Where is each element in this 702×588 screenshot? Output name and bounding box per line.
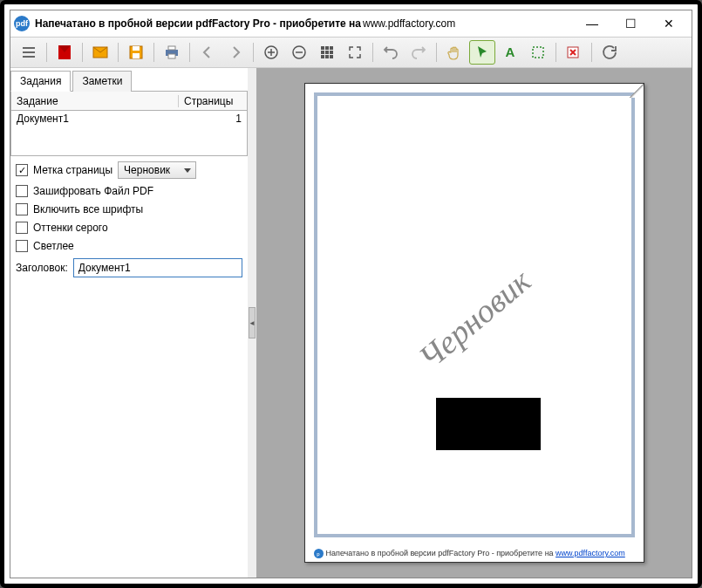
svg-rect-13 (321, 51, 324, 54)
save-button[interactable] (123, 40, 149, 65)
app-window: pdf Напечатано в пробной версии pdfFacto… (10, 10, 692, 578)
menu-button[interactable] (16, 40, 42, 65)
tasks-grid-header: Задание Страницы (10, 92, 248, 111)
toolbar: A (10, 37, 692, 68)
title-input[interactable] (73, 258, 242, 277)
encrypt-checkbox[interactable] (16, 185, 28, 197)
pointer-tool-button[interactable] (469, 40, 495, 65)
refresh-button[interactable] (596, 40, 623, 65)
svg-rect-18 (330, 55, 333, 58)
page-preview: Черновик pНапечатано в пробной версии pd… (304, 83, 644, 563)
tasks-grid-row[interactable]: Документ1 1 (10, 111, 248, 156)
svg-text:A: A (506, 44, 515, 59)
email-button[interactable] (87, 40, 113, 65)
sidebar-tabs: Задания Заметки (10, 70, 248, 92)
tab-notes[interactable]: Заметки (72, 71, 132, 92)
sidebar: Задания Заметки Задание Страницы Докумен… (10, 68, 248, 578)
svg-rect-10 (321, 46, 324, 50)
svg-rect-7 (168, 54, 175, 58)
page-fold-icon (630, 84, 644, 98)
app-icon: pdf (14, 16, 30, 31)
undo-button[interactable] (378, 40, 404, 65)
svg-rect-16 (321, 55, 324, 58)
delete-button[interactable] (561, 40, 587, 65)
window-title: Напечатано в пробной версии pdfFactory P… (35, 17, 361, 30)
svg-rect-4 (133, 53, 140, 58)
encrypt-label: Зашифровать Файл PDF (33, 185, 153, 197)
grayscale-checkbox[interactable] (16, 222, 28, 234)
preview-area[interactable]: Черновик pНапечатано в пробной версии pd… (256, 68, 692, 578)
grayscale-label: Оттенки серого (33, 222, 108, 234)
window-title-url: www.pdffactory.com (363, 17, 455, 30)
back-button[interactable] (194, 40, 221, 65)
col-task: Задание (11, 95, 179, 107)
crop-tool-button[interactable] (525, 40, 551, 65)
thumbnails-button[interactable] (314, 40, 340, 65)
forward-button[interactable] (222, 40, 249, 65)
page-footer: pНапечатано в пробной версии pdfFactory … (314, 549, 635, 558)
hand-tool-button[interactable] (441, 40, 467, 65)
lighter-checkbox[interactable] (16, 240, 28, 252)
include-fonts-checkbox[interactable] (16, 203, 28, 215)
page-mark-dropdown[interactable]: Черновик (118, 161, 196, 179)
lighter-label: Светлее (33, 240, 74, 252)
svg-rect-20 (533, 47, 543, 58)
text-tool-button[interactable]: A (497, 40, 523, 65)
pdf-button[interactable] (51, 40, 78, 65)
maximize-button[interactable]: ☐ (611, 11, 650, 36)
svg-rect-6 (168, 46, 175, 50)
page-mark-label: Метка страницы (33, 164, 112, 176)
svg-rect-3 (133, 46, 140, 51)
col-pages: Страницы (179, 95, 247, 107)
zoom-in-button[interactable] (258, 40, 284, 65)
svg-rect-15 (330, 51, 333, 54)
print-button[interactable] (159, 40, 185, 65)
svg-rect-17 (325, 55, 329, 58)
fullscreen-button[interactable] (342, 40, 368, 65)
svg-rect-14 (325, 51, 329, 54)
minimize-button[interactable]: — (573, 11, 611, 36)
row-task-name: Документ1 (11, 113, 179, 125)
zoom-out-button[interactable] (286, 40, 312, 65)
include-fonts-label: Включить все шрифты (33, 203, 143, 215)
svg-rect-11 (325, 46, 329, 50)
svg-rect-12 (330, 46, 333, 50)
tab-tasks[interactable]: Задания (10, 71, 71, 92)
redacted-block (436, 398, 541, 450)
close-button[interactable]: ✕ (650, 11, 688, 36)
redo-button[interactable] (406, 40, 432, 65)
splitter[interactable] (248, 68, 256, 578)
titlebar: pdf Напечатано в пробной версии pdfFacto… (10, 10, 692, 37)
title-label: Заголовок: (16, 262, 68, 274)
row-task-pages: 1 (179, 113, 247, 125)
footer-link[interactable]: www.pdffactory.com (555, 549, 625, 557)
page-mark-checkbox[interactable]: ✓ (16, 164, 28, 176)
